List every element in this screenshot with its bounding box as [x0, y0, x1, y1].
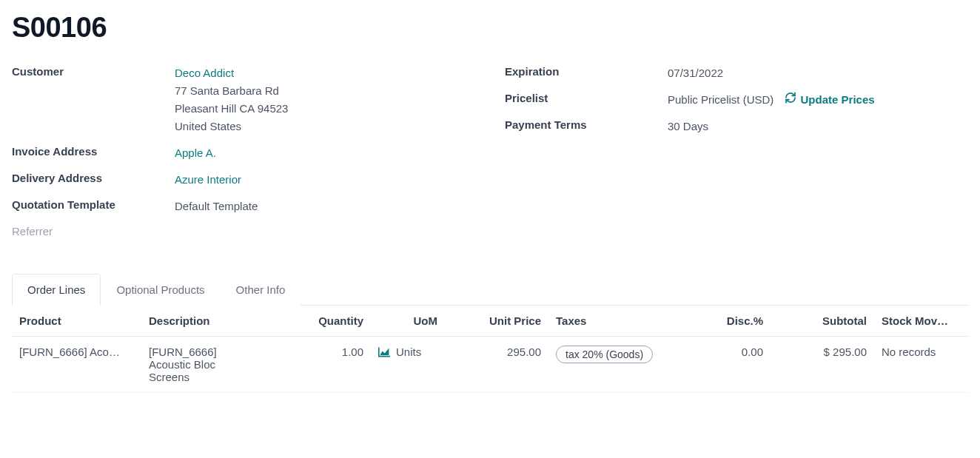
th-uom[interactable]: UoM: [371, 306, 445, 337]
update-prices-label: Update Prices: [801, 91, 875, 109]
customer-addr-line3: United States: [175, 118, 288, 135]
row-delivery-address: Delivery Address Azure Interior: [12, 171, 475, 189]
form-col-left: Customer Deco Addict 77 Santa Barbara Rd…: [12, 64, 475, 246]
cell-description[interactable]: [FURN_6666] Acoustic Bloc Screens: [141, 337, 252, 393]
label-payment-terms: Payment Terms: [505, 118, 668, 131]
tax-pill[interactable]: tax 20% (Goods): [556, 346, 653, 363]
row-payment-terms: Payment Terms 30 Days: [505, 118, 968, 135]
label-referrer: Referrer: [12, 224, 175, 238]
row-pricelist: Pricelist Public Pricelist (USD) Update …: [505, 91, 968, 109]
form-grid: Customer Deco Addict 77 Santa Barbara Rd…: [12, 64, 968, 246]
row-referrer: Referrer: [12, 224, 475, 238]
table-row[interactable]: [FURN_6666] Aco… [FURN_6666] Acoustic Bl…: [12, 337, 969, 393]
customer-addr-line1: 77 Santa Barbara Rd: [175, 82, 288, 100]
customer-addr-line2: Pleasant Hill CA 94523: [175, 100, 288, 118]
th-subtotal[interactable]: Subtotal: [771, 306, 874, 337]
th-product[interactable]: Product: [12, 306, 141, 337]
order-lines-table: Product Description Quantity UoM Unit Pr…: [12, 306, 969, 393]
cell-taxes[interactable]: tax 20% (Goods): [548, 337, 689, 393]
label-expiration: Expiration: [505, 64, 668, 78]
table-header-row: Product Description Quantity UoM Unit Pr…: [12, 306, 969, 337]
cell-subtotal: $ 295.00: [771, 337, 874, 393]
value-pricelist-wrap: Public Pricelist (USD) Update Prices: [668, 91, 875, 109]
row-invoice-address: Invoice Address Apple A.: [12, 144, 475, 162]
cell-uom-text: Units: [396, 346, 421, 358]
page-title: S00106: [12, 12, 968, 44]
row-expiration: Expiration 07/31/2022: [505, 64, 968, 82]
cell-disc[interactable]: 0.00: [689, 337, 771, 393]
th-unit-price[interactable]: Unit Price: [445, 306, 548, 337]
tab-optional-products[interactable]: Optional Products: [101, 274, 220, 306]
forecast-icon[interactable]: [378, 346, 390, 357]
row-customer: Customer Deco Addict 77 Santa Barbara Rd…: [12, 64, 475, 135]
cell-quantity[interactable]: 1.00: [252, 337, 371, 393]
tab-other-info[interactable]: Other Info: [221, 274, 301, 306]
label-delivery-address: Delivery Address: [12, 171, 175, 184]
row-quotation-template: Quotation Template Default Template: [12, 198, 475, 215]
value-customer: Deco Addict 77 Santa Barbara Rd Pleasant…: [175, 64, 288, 135]
tabs: Order Lines Optional Products Other Info: [12, 273, 968, 306]
value-expiration[interactable]: 07/31/2022: [668, 64, 723, 82]
refresh-icon: [785, 91, 796, 109]
th-quantity[interactable]: Quantity: [252, 306, 371, 337]
label-pricelist: Pricelist: [505, 91, 668, 104]
cell-product[interactable]: [FURN_6666] Aco…: [12, 337, 141, 393]
form-col-right: Expiration 07/31/2022 Pricelist Public P…: [505, 64, 968, 246]
value-delivery-address[interactable]: Azure Interior: [175, 171, 241, 189]
th-description[interactable]: Description: [141, 306, 252, 337]
customer-name-link[interactable]: Deco Addict: [175, 64, 288, 82]
cell-stock-move[interactable]: No records: [874, 337, 969, 393]
cell-unit-price[interactable]: 295.00: [445, 337, 548, 393]
label-customer: Customer: [12, 64, 175, 78]
tab-order-lines[interactable]: Order Lines: [12, 274, 101, 306]
value-payment-terms[interactable]: 30 Days: [668, 118, 708, 135]
th-disc[interactable]: Disc.%: [689, 306, 771, 337]
label-invoice-address: Invoice Address: [12, 144, 175, 158]
value-quotation-template[interactable]: Default Template: [175, 198, 258, 215]
value-pricelist[interactable]: Public Pricelist (USD): [668, 93, 773, 106]
label-quotation-template: Quotation Template: [12, 198, 175, 211]
value-invoice-address[interactable]: Apple A.: [175, 144, 216, 162]
update-prices-button[interactable]: Update Prices: [785, 91, 875, 109]
th-taxes[interactable]: Taxes: [548, 306, 689, 337]
th-stock-move[interactable]: Stock Mov…: [874, 306, 969, 337]
cell-uom[interactable]: Units: [371, 337, 445, 393]
